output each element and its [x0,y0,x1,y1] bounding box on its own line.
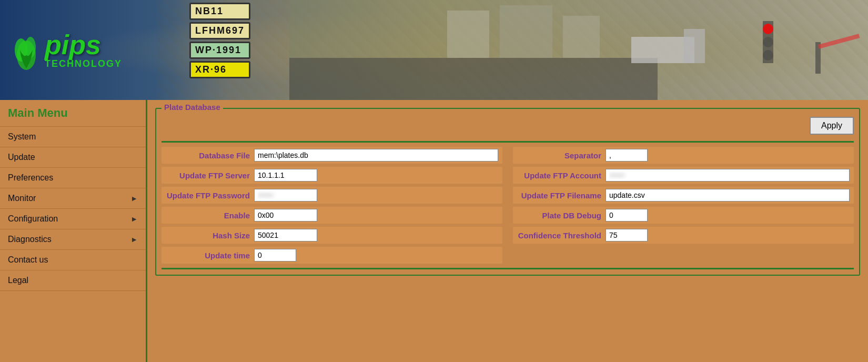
ftp-account-row: Update FTP Account [513,167,854,184]
ftp-password-input[interactable] [254,189,317,202]
svg-rect-4 [289,58,658,100]
confidence-threshold-label: Confidence Threshold [517,231,601,240]
update-time-input[interactable] [254,249,296,262]
sidebar-label-monitor: Monitor [8,194,36,203]
sidebar: Main Menu System Update Preferences Moni… [0,100,147,362]
separator-row: Separator [513,147,854,164]
database-file-input[interactable] [254,149,498,162]
content-area: Plate Database Apply Database File Separ… [147,100,868,362]
plate-db-debug-label: Plate DB Debug [517,211,601,220]
svg-rect-9 [684,29,705,63]
header-plate-4: XR·96 [189,61,250,78]
sidebar-label-preferences: Preferences [8,173,53,183]
separator-label: Separator [517,151,601,160]
sidebar-label-diagnostics: Diagnostics [8,235,52,244]
ftp-filename-label: Update FTP Filename [517,191,601,200]
top-green-line [162,141,854,143]
sidebar-item-update[interactable]: Update [0,147,146,168]
enable-input[interactable] [254,209,317,222]
database-file-row: Database File [162,147,502,164]
ftp-server-row: Update FTP Server [162,167,502,184]
header-scene [289,0,868,100]
sidebar-item-diagnostics[interactable]: Diagnostics ► [0,229,146,250]
logo-text: pips TECHNOLOGY [45,31,122,69]
enable-label: Enable [166,211,250,220]
configuration-arrow-icon: ► [130,215,138,223]
empty-cell [513,247,854,264]
bottom-green-line [162,268,854,269]
sidebar-label-update: Update [8,153,35,162]
hash-size-input[interactable] [254,229,317,242]
sidebar-item-system[interactable]: System [0,127,146,147]
update-time-row: Update time [162,247,502,264]
sidebar-label-legal: Legal [8,276,28,285]
hash-size-label: Hash Size [166,231,250,240]
header-images: NB11 LFHM697 WP·1991 XR·96 [158,0,868,100]
enable-row: Enable [162,207,502,224]
ftp-server-input[interactable] [254,169,317,182]
sidebar-label-contact-us: Contact us [8,255,48,265]
logo-pips-text: pips [45,31,122,58]
logo-area: pips TECHNOLOGY [0,24,158,76]
confidence-threshold-row: Confidence Threshold [513,227,854,244]
svg-rect-7 [563,16,600,58]
svg-rect-5 [447,11,489,58]
plate-db-debug-input[interactable] [605,209,648,222]
sidebar-item-legal[interactable]: Legal [0,270,146,291]
sidebar-item-contact-us[interactable]: Contact us [0,250,146,270]
hash-size-row: Hash Size [162,227,502,244]
database-file-label: Database File [166,151,250,160]
sidebar-title: Main Menu [0,100,146,127]
sidebar-item-monitor[interactable]: Monitor ► [0,188,146,209]
sidebar-label-configuration: Configuration [8,214,58,224]
svg-rect-6 [500,5,552,58]
apply-button[interactable]: Apply [810,117,854,135]
confidence-threshold-input[interactable] [605,229,648,242]
ftp-account-input[interactable] [605,169,850,182]
ftp-filename-row: Update FTP Filename [513,187,854,204]
plate-db-debug-row: Plate DB Debug [513,207,854,224]
form-grid: Database File Separator Update FTP Serve… [162,147,854,264]
ftp-account-label: Update FTP Account [517,171,601,180]
sidebar-item-preferences[interactable]: Preferences [0,168,146,188]
plate-database-box: Plate Database Apply Database File Separ… [155,108,860,276]
header-plate-1: NB11 [189,3,250,20]
plate-database-legend: Plate Database [162,103,223,112]
svg-point-11 [763,24,773,34]
logo-technology-text: TECHNOLOGY [45,58,122,69]
diagnostics-arrow-icon: ► [130,235,138,244]
ftp-password-label: Update FTP Password [166,191,250,200]
svg-point-12 [763,37,773,47]
ftp-server-label: Update FTP Server [166,171,250,180]
svg-point-13 [763,50,773,61]
header-plate-3: WP·1991 [189,42,250,59]
pips-logo-icon [11,29,42,71]
update-time-label: Update time [166,251,250,260]
main-layout: Main Menu System Update Preferences Moni… [0,100,868,362]
sidebar-item-configuration[interactable]: Configuration ► [0,209,146,229]
header: pips TECHNOLOGY NB11 LFHM697 WP·1991 XR·… [0,0,868,100]
sidebar-label-system: System [8,132,36,142]
header-plate-2: LFHM697 [189,22,250,39]
ftp-password-row: Update FTP Password [162,187,502,204]
separator-input[interactable] [605,149,648,162]
monitor-arrow-icon: ► [130,194,138,203]
ftp-filename-input[interactable] [605,189,850,202]
apply-row: Apply [162,114,854,135]
